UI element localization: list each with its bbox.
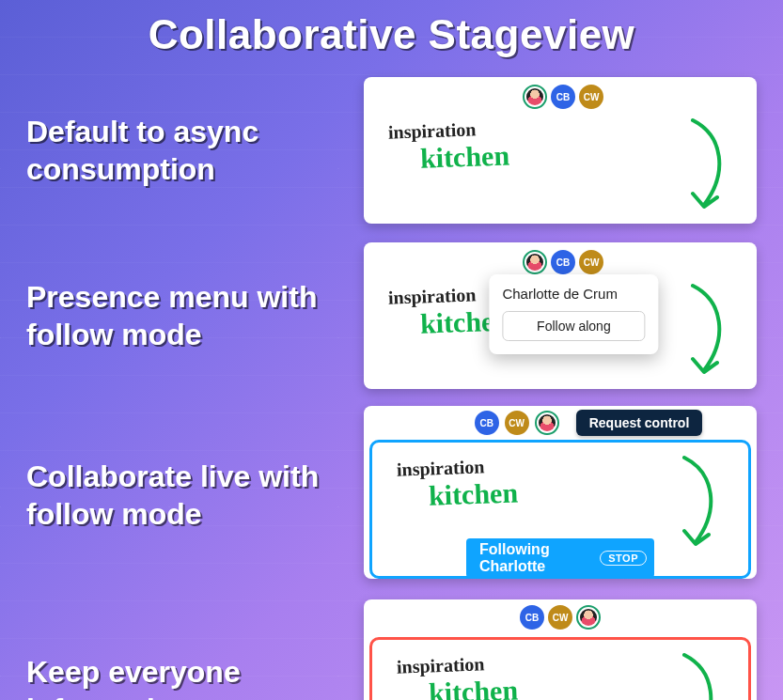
avatar-initials-cb[interactable]: CB	[551, 85, 575, 109]
handwriting-top: inspiration	[397, 456, 485, 480]
stop-button[interactable]: STOP	[600, 551, 647, 566]
example-row-presence-menu: Presence menu with follow mode CB CW ins…	[26, 241, 757, 391]
whiteboard-content: inspiration kitchen	[391, 456, 735, 550]
handwriting-main: kitchen	[428, 476, 518, 511]
stage-canvas-being-followed: CB CW inspiration kitchen Charlotte is f…	[364, 599, 757, 700]
avatar-initials-cw[interactable]: CW	[548, 605, 572, 630]
presence-bar: CB CW Request control	[392, 410, 783, 436]
stage-canvas-default: CB CW inspiration kitchen	[364, 77, 757, 224]
whiteboard-content: inspiration kitchen	[391, 653, 735, 700]
handwriting-main: kitchen	[428, 674, 518, 700]
example-row-collaborate-live: Collaborate live with follow mode CB CW …	[26, 406, 757, 584]
handwriting-main: kitchen	[419, 139, 509, 174]
row-label: Collaborate live with follow mode	[26, 458, 341, 533]
following-status-pill: Following Charlotte STOP	[466, 538, 654, 578]
avatar-initials-cb[interactable]: CB	[475, 411, 499, 435]
presence-popover: Charlotte de Crum Follow along	[489, 274, 658, 354]
row-label: Default to async consumption	[26, 113, 341, 188]
follow-along-button[interactable]: Follow along	[502, 311, 645, 341]
avatar-photo[interactable]	[523, 250, 547, 274]
viewport-following: inspiration kitchen Following Charlotte …	[369, 440, 751, 579]
whiteboard-content: inspiration kitchen	[383, 118, 744, 212]
handwriting-top: inspiration	[388, 118, 477, 143]
avatar-photo[interactable]	[535, 411, 559, 435]
avatar-initials-cw[interactable]: CW	[505, 411, 529, 435]
popover-user-name: Charlotte de Crum	[502, 286, 645, 302]
green-arrow-icon	[647, 649, 726, 700]
handwriting-top: inspiration	[397, 653, 485, 677]
avatar-photo[interactable]	[523, 85, 547, 109]
avatar-initials-cb[interactable]: CB	[551, 250, 575, 274]
avatar-initials-cw[interactable]: CW	[579, 250, 603, 274]
viewport-being-followed: inspiration kitchen Charlotte is followi…	[369, 637, 751, 700]
green-arrow-icon	[655, 280, 734, 383]
stage-canvas-presence: CB CW inspiration kitchen Charlotte de C…	[364, 242, 757, 389]
presence-bar: CB CW	[364, 603, 757, 633]
presence-bar: CB CW	[383, 83, 744, 113]
green-arrow-icon	[647, 452, 726, 555]
handwriting-top: inspiration	[388, 284, 477, 308]
row-label: Presence menu with follow mode	[26, 278, 341, 353]
example-row-informed: Keep everyone informed CB CW inspiration…	[26, 599, 757, 700]
green-arrow-icon	[655, 115, 734, 218]
row-label: Keep everyone informed	[26, 653, 341, 700]
request-control-button[interactable]: Request control	[576, 410, 703, 436]
avatar-photo[interactable]	[576, 605, 601, 630]
example-row-async: Default to async consumption CB CW inspi…	[26, 75, 757, 226]
avatar-initials-cw[interactable]: CW	[579, 85, 603, 109]
avatar-initials-cb[interactable]: CB	[520, 605, 544, 630]
stage-canvas-following: CB CW Request control inspiration kitche…	[364, 406, 757, 579]
status-text: Following Charlotte	[479, 541, 587, 575]
page-title: Collaborative Stageview	[26, 11, 757, 58]
